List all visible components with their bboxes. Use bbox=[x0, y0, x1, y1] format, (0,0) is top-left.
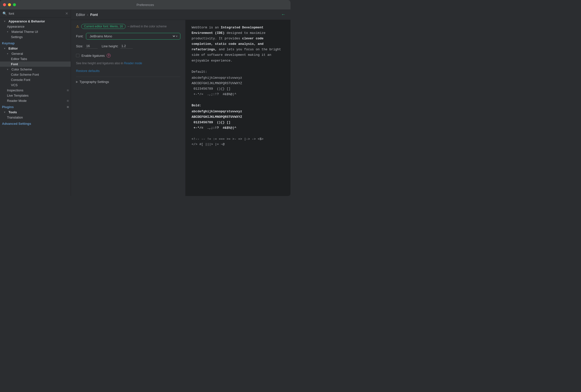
ligatures-checkbox[interactable] bbox=[76, 54, 80, 57]
preview-bold-text: Integrated Development Environment (IDE) bbox=[192, 26, 264, 35]
preview-intro-text: WebStorm is an Integrated Development En… bbox=[192, 26, 281, 62]
sidebar-tree: ▾ Appearance & Behavior Appearance ▾ Mat… bbox=[0, 18, 71, 196]
clear-search-button[interactable]: ✕ bbox=[65, 11, 68, 15]
font-override-pill[interactable]: Current editor font: Menlo, 16 bbox=[81, 24, 126, 29]
sidebar-item-label: Plugins bbox=[2, 105, 66, 109]
preview-default-label: Default: bbox=[192, 69, 284, 75]
preview-bold-row: +-*/= .,;:!? #&$%@|^ bbox=[192, 125, 284, 131]
sidebar-item-settings[interactable]: Settings bbox=[0, 34, 71, 39]
sidebar-item-font[interactable]: Font bbox=[0, 61, 71, 67]
breadcrumb: Editor › Font bbox=[76, 13, 98, 17]
preview-ligature-row: </> #[ |||> |= ~@ bbox=[192, 142, 284, 147]
sidebar-item-label: Inspections bbox=[7, 88, 66, 92]
back-button[interactable]: ← bbox=[281, 12, 286, 17]
sidebar-item-live-templates[interactable]: Live Templates bbox=[0, 93, 71, 98]
sidebar-item-label: Material Theme UI bbox=[12, 30, 69, 34]
preview-bold-section: Bold: abcdefghijklmnopqrstuvwxyz ABCDEFG… bbox=[192, 103, 284, 131]
sidebar: 🔍 ✕ ▾ Appearance & Behavior Appearance ▾… bbox=[0, 9, 71, 196]
minimize-button[interactable] bbox=[8, 3, 11, 6]
maximize-button[interactable] bbox=[13, 3, 16, 6]
sidebar-item-keymap[interactable]: Keymap bbox=[0, 40, 71, 46]
close-button[interactable] bbox=[3, 3, 6, 6]
sidebar-item-editor[interactable]: ▾ Editor bbox=[0, 46, 71, 51]
restore-defaults-button[interactable]: Restore defaults bbox=[76, 69, 100, 73]
size-label: Size: bbox=[76, 44, 83, 48]
sidebar-item-label: Editor bbox=[8, 46, 69, 50]
chevron-icon: ▾ bbox=[7, 52, 10, 55]
sidebar-item-label: Settings bbox=[11, 35, 69, 39]
badge-icon: ⊞ bbox=[67, 89, 69, 92]
sidebar-item-label: Font bbox=[11, 62, 69, 66]
dropdown-arrow-icon: ▾ bbox=[176, 34, 178, 38]
typography-section[interactable]: ▶ Typography Settings bbox=[76, 77, 180, 84]
preview-bold-row: 0123456789 (){} [] bbox=[192, 120, 284, 125]
sidebar-item-label: Translation bbox=[7, 116, 69, 119]
sidebar-item-general[interactable]: ▾ General bbox=[0, 51, 71, 56]
content-header: Editor › Font ← bbox=[71, 9, 290, 20]
reader-mode-link[interactable]: Reader mode bbox=[124, 61, 142, 65]
size-field: Size: bbox=[76, 43, 98, 48]
size-input[interactable] bbox=[85, 43, 98, 48]
sidebar-item-tools[interactable]: ▾ Tools bbox=[0, 110, 71, 115]
preview-row: 0123456789 (){} [] bbox=[192, 86, 284, 92]
sidebar-item-label: Keymap bbox=[2, 41, 69, 45]
search-bar: 🔍 ✕ bbox=[0, 9, 71, 18]
content-body: ⚠ Current editor font: Menlo, 16 – defin… bbox=[71, 20, 290, 196]
sidebar-item-inspections[interactable]: Inspections ⊞ bbox=[0, 88, 71, 93]
reader-mode-row: See line height and ligatures also in Re… bbox=[76, 61, 180, 65]
preview-row: +-*/= .,;:!? #&$%@|^ bbox=[192, 92, 284, 97]
sidebar-item-editor-tabs[interactable]: Editor Tabs bbox=[0, 56, 71, 61]
ligatures-label: Enable ligatures bbox=[82, 54, 105, 57]
titlebar: Preferences bbox=[0, 0, 290, 9]
sidebar-item-color-scheme[interactable]: ▾ Color Scheme bbox=[0, 67, 71, 72]
sidebar-item-appearance[interactable]: Appearance bbox=[0, 24, 71, 29]
typography-label: Typography Settings bbox=[80, 80, 109, 84]
line-height-label: Line height: bbox=[102, 44, 118, 48]
typography-chevron-icon: ▶ bbox=[76, 80, 78, 83]
settings-panel: ⚠ Current editor font: Menlo, 16 – defin… bbox=[71, 20, 186, 196]
sidebar-item-vcs[interactable]: VCS bbox=[0, 82, 71, 88]
sidebar-item-label: Editor Tabs bbox=[11, 57, 69, 61]
preview-bold-row: ABCDEFGHIJKLMNOPQRSTUVWXYZ bbox=[192, 115, 284, 120]
sidebar-item-advanced-settings[interactable]: Advanced Settings bbox=[0, 121, 71, 126]
sidebar-item-label: Color Scheme bbox=[12, 67, 69, 71]
sidebar-item-reader-mode[interactable]: Reader Mode ⊞ bbox=[0, 98, 71, 103]
size-row: Size: Line height: bbox=[76, 43, 180, 48]
sidebar-item-appearance-behavior[interactable]: ▾ Appearance & Behavior bbox=[0, 19, 71, 24]
main-content: 🔍 ✕ ▾ Appearance & Behavior Appearance ▾… bbox=[0, 9, 290, 196]
badge-icon: ⊞ bbox=[67, 99, 69, 102]
sidebar-item-color-scheme-font[interactable]: Color Scheme Font bbox=[0, 72, 71, 77]
traffic-lights bbox=[3, 3, 16, 6]
font-row: Font: JetBrains Mono Menlo Courier New F… bbox=[76, 33, 180, 39]
breadcrumb-parent: Editor bbox=[76, 13, 85, 17]
sidebar-item-label: Live Templates bbox=[7, 94, 69, 97]
chevron-icon: ▾ bbox=[4, 20, 8, 23]
font-select-wrapper[interactable]: JetBrains Mono Menlo Courier New Fira Co… bbox=[86, 33, 180, 39]
search-input[interactable] bbox=[9, 12, 63, 15]
sidebar-item-translation[interactable]: Translation bbox=[0, 115, 71, 120]
reader-mode-text: See line height and ligatures also in bbox=[76, 61, 123, 65]
preview-row: ABCDEFGHIJKLMNOPQRSTUVWXYZ bbox=[192, 81, 284, 86]
preview-bold-row: abcdefghijklmnopqrstuvwxyz bbox=[192, 109, 284, 114]
preview-row: abcdefghijklmnopqrstuvwxyz bbox=[192, 75, 284, 81]
font-label: Font: bbox=[76, 34, 84, 38]
warning-text: – defined in the color scheme bbox=[128, 25, 167, 28]
breadcrumb-current: Font bbox=[90, 13, 98, 17]
sidebar-item-label: Advanced Settings bbox=[2, 122, 69, 125]
sidebar-item-label: Console Font bbox=[11, 78, 69, 82]
chevron-icon: ▾ bbox=[7, 30, 10, 33]
sidebar-item-label: Appearance & Behavior bbox=[8, 19, 69, 23]
ligature-row: Enable ligatures ? bbox=[76, 53, 180, 57]
warning-icon: ⚠ bbox=[76, 24, 79, 28]
line-height-field: Line height: bbox=[102, 43, 133, 48]
font-select[interactable]: JetBrains Mono Menlo Courier New Fira Co… bbox=[89, 34, 176, 38]
sidebar-item-console-font[interactable]: Console Font bbox=[0, 77, 71, 82]
help-icon[interactable]: ? bbox=[107, 53, 110, 57]
badge-icon: ⊞ bbox=[67, 106, 69, 108]
sidebar-item-label: General bbox=[12, 52, 69, 55]
preview-ligature-section: <!-- -- != := === >= >- => |-> -> <$> </… bbox=[192, 137, 284, 147]
sidebar-item-label: Color Scheme Font bbox=[11, 73, 69, 76]
sidebar-item-plugins[interactable]: Plugins ⊞ bbox=[0, 104, 71, 110]
sidebar-item-material-theme-ui[interactable]: ▾ Material Theme UI bbox=[0, 29, 71, 34]
line-height-input[interactable] bbox=[120, 43, 133, 48]
